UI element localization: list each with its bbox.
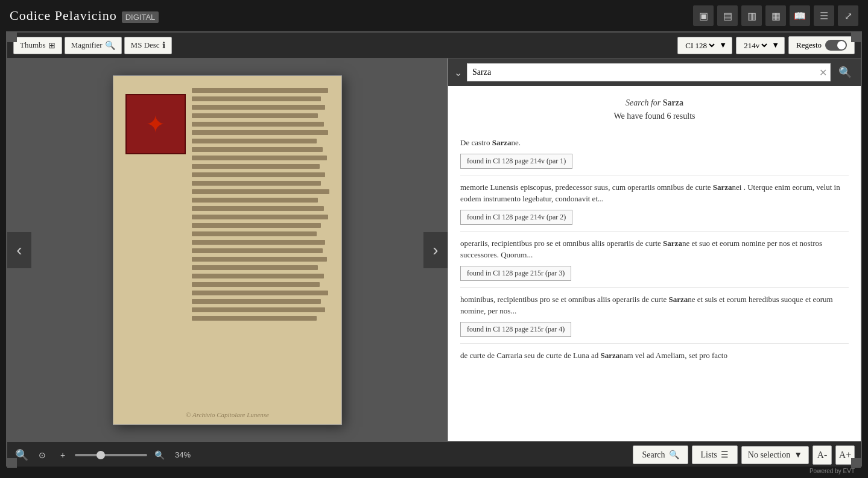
search-input[interactable] [467, 63, 831, 81]
zoom-in-button[interactable]: + [54, 447, 71, 464]
result-text-2: memorie Lunensis episcopus, predecessor … [460, 181, 849, 205]
page-select[interactable]: 214v 215r [741, 40, 769, 51]
bottom-right-controls: Search 🔍 Lists ☰ No selection ▼ A- A+ [633, 445, 855, 465]
font-decrease-button[interactable]: A- [813, 445, 832, 465]
ms-desc-button[interactable]: MS Desc ℹ [124, 37, 172, 54]
search-result-5: de curte de Carraria seu de curte de Lun… [460, 344, 849, 373]
book-icon[interactable]: 📖 [790, 5, 810, 26]
manuscript-page: © Archivio Capitolare Lunense [113, 75, 342, 425]
search-result-4: hominibus, recipientibus pro se et omnib… [460, 288, 849, 344]
search-panel: ⌄ ✕ 🔍 Search for Sarza We have found 6 r… [448, 58, 861, 441]
result-link-2[interactable]: found in CI 128 page 214v (par 2) [460, 210, 572, 225]
chevron-down-icon: ▼ [794, 450, 802, 460]
list-icon: ☰ [721, 450, 729, 460]
lists-button[interactable]: Lists ☰ [692, 445, 738, 464]
viewer-wrapper: Thumbs ⊞ Magnifier 🔍 MS Desc ℹ CI 128 ▼ [6, 31, 862, 469]
menu-icon[interactable]: ☰ [814, 5, 834, 26]
search-header: ⌄ ✕ 🔍 [448, 58, 861, 86]
result-text-4: hominibus, recipientibus pro se et omnib… [460, 294, 849, 317]
corner-tr [851, 33, 861, 42]
search-collapse-button[interactable]: ⌄ [453, 66, 463, 80]
regesto-toggle[interactable] [825, 40, 847, 51]
search-results-count: We have found 6 results [460, 112, 849, 121]
zoom-percent: 34% [175, 450, 191, 459]
magnifier-button[interactable]: Magnifier 🔍 [65, 37, 122, 54]
search-input-wrapper: ✕ [467, 63, 831, 81]
header-toolbar: ▣ ▤ ▥ ▦ 📖 ☰ ⤢ [693, 5, 858, 26]
manuscript-selector[interactable]: CI 128 ▼ [677, 37, 732, 54]
regesto-button[interactable]: Regesto [788, 36, 855, 54]
selection-dropdown[interactable]: No selection ▼ [741, 446, 809, 464]
powered-by: Powered by EVT [0, 467, 862, 476]
search-summary: Search for Sarza [460, 92, 849, 112]
app-title: Codice PelavicinoDIGITAL [10, 8, 159, 24]
search-result-2: memorie Lunensis episcopus, predecessor … [460, 175, 849, 231]
manuscript-text [192, 88, 335, 412]
illumination [125, 94, 186, 154]
chevron-down-icon: ▼ [719, 40, 727, 50]
search-clear-button[interactable]: ✕ [819, 67, 827, 78]
zoom-thumb[interactable] [97, 451, 105, 459]
fullscreen-icon[interactable]: ⤢ [838, 5, 858, 26]
result-link-4[interactable]: found in CI 128 page 215r (par 4) [460, 322, 571, 337]
split-view-icon[interactable]: ▦ [765, 5, 786, 26]
info-icon: ℹ [162, 40, 165, 51]
main-content: Thumbs ⊞ Magnifier 🔍 MS Desc ℹ CI 128 ▼ [0, 31, 868, 478]
toolbar-right: CI 128 ▼ 214v 215r ▼ Regesto [677, 36, 855, 54]
corner-br [851, 458, 861, 468]
manuscript-select[interactable]: CI 128 [683, 40, 717, 51]
text-columns-icon[interactable]: ▥ [741, 5, 762, 26]
corner-tl [7, 33, 17, 42]
chevron-down-icon: ▼ [771, 40, 779, 50]
search-result-3: operariis, recipientibus pro se et omnib… [460, 231, 849, 288]
two-page-icon[interactable]: ▤ [717, 5, 738, 26]
bottom-bar: 🔍 ⊙ + 🔍 34% Search 🔍 Lists ☰ No selectio… [7, 441, 861, 468]
result-text-5: de curte de Carraria seu de curte de Lun… [460, 350, 849, 362]
zoom-max-button[interactable]: 🔍 [151, 447, 168, 464]
search-result-1: De castro Sarzane. found in CI 128 page … [460, 131, 849, 175]
corner-bl [7, 458, 17, 468]
result-link-1[interactable]: found in CI 128 page 214v (par 1) [460, 154, 572, 169]
content-area: ‹ [7, 58, 861, 441]
search-results-area: Search for Sarza We have found 6 results… [448, 86, 861, 441]
zoom-slider[interactable] [75, 454, 147, 456]
search-icon: 🔍 [105, 40, 115, 51]
single-page-icon[interactable]: ▣ [693, 5, 714, 26]
result-text-1: De castro Sarzane. [460, 137, 849, 149]
viewer-toolbar: Thumbs ⊞ Magnifier 🔍 MS Desc ℹ CI 128 ▼ [7, 33, 861, 58]
prev-page-button[interactable]: ‹ [7, 232, 31, 268]
search-icon: 🔍 [669, 450, 679, 460]
grid-icon: ⊞ [48, 40, 55, 51]
manuscript-image-area: ‹ [7, 58, 448, 441]
zoom-reset-button[interactable]: ⊙ [34, 447, 51, 464]
result-link-3[interactable]: found in CI 128 page 215r (par 3) [460, 266, 571, 281]
page-selector[interactable]: 214v 215r ▼ [736, 37, 785, 54]
search-go-button[interactable]: 🔍 [834, 62, 856, 83]
next-page-button[interactable]: › [423, 232, 448, 268]
result-text-3: operariis, recipientibus pro se et omnib… [460, 237, 849, 261]
copyright-text: © Archivio Capitolare Lunense [186, 411, 269, 418]
thumbs-button[interactable]: Thumbs ⊞ [13, 37, 62, 54]
search-button[interactable]: Search 🔍 [633, 445, 688, 464]
